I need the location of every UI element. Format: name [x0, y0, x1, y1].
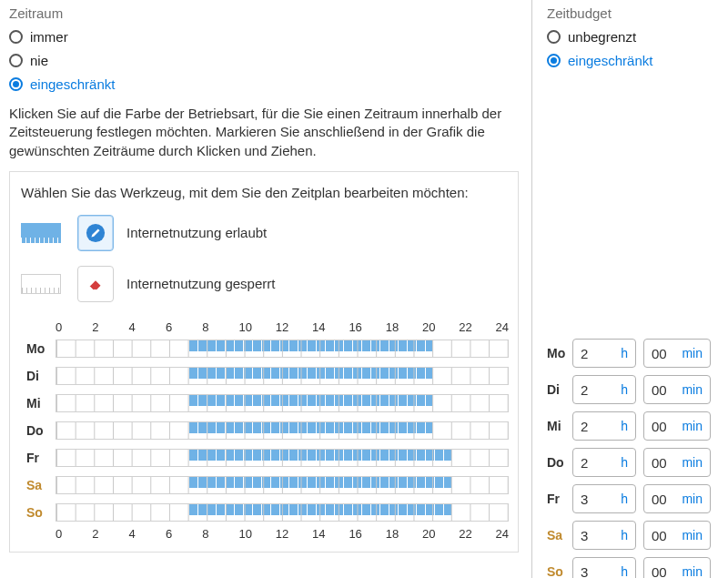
schedule-editor: Wählen Sie das Werkzeug, mit dem Sie den… [9, 171, 519, 553]
budget-hours-value: 3 [581, 492, 621, 507]
schedule-axis-bottom: 024681012141618202224 [26, 527, 509, 541]
schedule-fill [188, 395, 433, 411]
radio-icon [547, 54, 561, 67]
radio-label: nie [30, 53, 48, 68]
budget-mins-value: 00 [652, 419, 682, 434]
tool-pencil-button[interactable] [77, 215, 114, 251]
tool-row-block: Internetnutzung gesperrt [21, 266, 509, 302]
budget-mins-unit: min [682, 492, 703, 506]
axis-tick: 24 [496, 320, 509, 334]
budget-mins-unit: min [682, 419, 703, 433]
schedule-day-label: Fr [26, 451, 56, 465]
budget-hours-Di[interactable]: 2h [572, 375, 636, 404]
budget-hours-unit: h [621, 419, 628, 433]
axis-tick: 14 [312, 320, 349, 334]
axis-tick: 8 [202, 320, 238, 334]
radio-zeitraum-nie[interactable]: nie [9, 48, 519, 72]
axis-tick: 0 [56, 320, 92, 334]
radio-zeitbudget-eingeschraenkt[interactable]: eingeschränkt [547, 48, 719, 72]
axis-tick: 20 [422, 320, 459, 334]
radio-zeitraum-eingeschraenkt[interactable]: eingeschränkt [9, 72, 519, 96]
budget-row-Fr: Fr3h00min [547, 483, 719, 514]
zeitbudget-section: Zeitbudget unbegrenzt eingeschränkt Mo2h… [532, 0, 728, 578]
axis-tick: 20 [422, 527, 459, 541]
schedule-row-Fr: Fr [26, 447, 509, 469]
schedule-fill [188, 368, 433, 384]
budget-mins-unit: min [682, 455, 703, 470]
axis-tick: 8 [202, 527, 238, 541]
budget-mins-Mo[interactable]: 00min [643, 339, 711, 368]
schedule-bar-Fr[interactable] [56, 449, 509, 467]
schedule-row-Di: Di [26, 365, 509, 387]
budget-day-label: Sa [547, 528, 572, 543]
budget-hours-Sa[interactable]: 3h [572, 521, 636, 550]
schedule-row-Mi: Mi [26, 392, 509, 414]
schedule-fill [188, 450, 451, 466]
budget-row-So: So3h00min [547, 556, 719, 578]
budget-mins-value: 00 [652, 528, 682, 543]
budget-hours-value: 2 [581, 346, 621, 361]
budget-hours-Do[interactable]: 2h [572, 448, 636, 477]
axis-tick: 24 [496, 527, 509, 541]
tool-row-allow: Internetnutzung erlaubt [21, 215, 509, 251]
pencil-icon [86, 223, 106, 243]
schedule-editor-intro: Wählen Sie das Werkzeug, mit dem Sie den… [21, 185, 509, 200]
swatch-blocked-icon [21, 274, 61, 294]
axis-tick: 10 [238, 320, 275, 334]
budget-row-Do: Do2h00min [547, 447, 719, 478]
budget-day-label: Do [547, 455, 572, 470]
schedule-grid: 024681012141618202224 MoDiMiDoFrSaSo 024… [21, 320, 509, 541]
schedule-row-Mo: Mo [26, 338, 509, 360]
radio-icon [9, 54, 23, 67]
zeitraum-section: Zeitraum immer nie eingeschränkt Klicken… [0, 0, 532, 578]
budget-mins-value: 00 [652, 455, 682, 471]
schedule-fill [188, 477, 451, 493]
axis-tick: 4 [129, 320, 166, 334]
budget-mins-Mi[interactable]: 00min [643, 411, 711, 441]
radio-label: unbegrenzt [568, 29, 636, 45]
schedule-bar-Do[interactable] [56, 421, 509, 440]
schedule-bar-Mo[interactable] [56, 340, 509, 358]
zeitraum-title: Zeitraum [9, 5, 519, 21]
budget-hours-Mo[interactable]: 2h [572, 339, 636, 368]
schedule-bar-So[interactable] [56, 503, 509, 522]
schedule-row-Sa: Sa [26, 474, 509, 496]
schedule-fill [188, 340, 433, 357]
budget-day-label: So [547, 564, 572, 578]
axis-tick: 16 [349, 527, 385, 541]
budget-mins-unit: min [682, 528, 703, 543]
radio-icon [9, 30, 23, 44]
tool-eraser-button[interactable] [77, 266, 114, 302]
schedule-day-label: Do [26, 423, 56, 438]
budget-mins-Di[interactable]: 00min [643, 375, 711, 404]
budget-mins-value: 00 [652, 346, 682, 361]
budget-mins-value: 00 [652, 564, 682, 579]
budget-hours-Mi[interactable]: 2h [572, 411, 636, 441]
schedule-day-label: Di [26, 369, 56, 383]
schedule-fill [188, 504, 451, 521]
schedule-bar-Mi[interactable] [56, 394, 509, 412]
radio-zeitbudget-unbegrenzt[interactable]: unbegrenzt [547, 25, 719, 48]
budget-hours-value: 2 [581, 382, 621, 398]
budget-mins-Fr[interactable]: 00min [643, 484, 711, 513]
budget-mins-value: 00 [652, 382, 682, 398]
budget-mins-Do[interactable]: 00min [643, 448, 711, 477]
budget-hours-value: 2 [581, 419, 621, 434]
radio-zeitraum-immer[interactable]: immer [9, 25, 519, 48]
eraser-icon [86, 274, 106, 294]
axis-tick: 14 [312, 527, 349, 541]
budget-mins-Sa[interactable]: 00min [643, 521, 711, 550]
budget-day-label: Di [547, 382, 572, 397]
budget-hours-So[interactable]: 3h [572, 557, 636, 578]
schedule-bar-Sa[interactable] [56, 476, 509, 494]
axis-tick: 18 [386, 320, 422, 334]
budget-mins-So[interactable]: 00min [643, 557, 711, 578]
schedule-bar-Di[interactable] [56, 367, 509, 385]
budget-hours-unit: h [621, 492, 628, 506]
zeitraum-explain-text: Klicken Sie auf die Farbe der Betriebsar… [9, 105, 519, 160]
budget-hours-Fr[interactable]: 3h [572, 484, 636, 513]
schedule-grid-body: MoDiMiDoFrSaSo [26, 338, 509, 523]
budget-rows: Mo2h00minDi2h00minMi2h00minDo2h00minFr3h… [547, 338, 719, 578]
budget-hours-unit: h [621, 455, 628, 470]
schedule-day-label: Sa [26, 478, 56, 492]
